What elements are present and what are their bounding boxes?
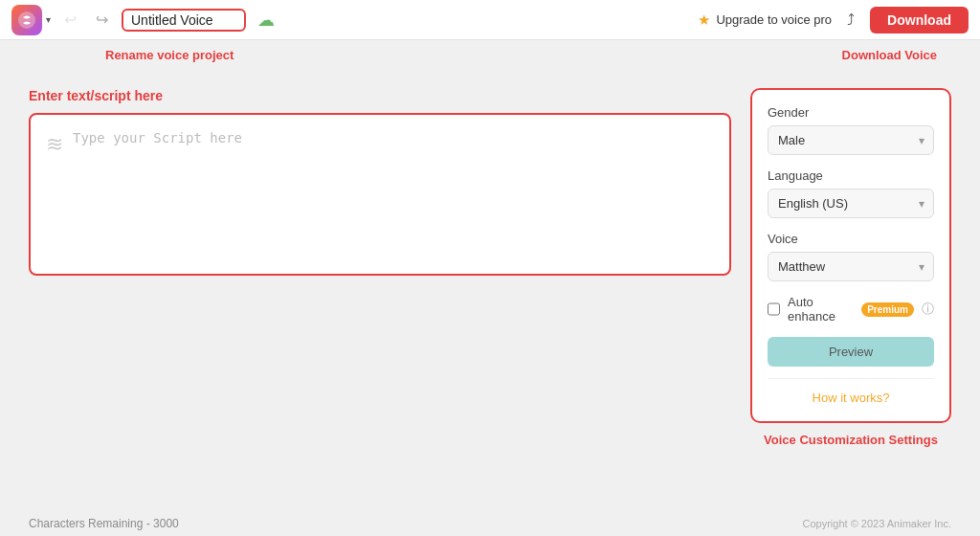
voice-card: Gender Male Female ▾ Language English (U… [750, 88, 951, 423]
download-hint: Download Voice [842, 48, 937, 62]
script-section: Enter text/script here ≋ [29, 88, 731, 447]
undo-button[interactable]: ↩ [58, 7, 82, 33]
script-textarea-wrap: ≋ [29, 113, 731, 276]
waveform-icon: ≋ [46, 132, 63, 157]
download-button[interactable]: Download [870, 7, 969, 34]
title-input-wrap [122, 9, 246, 32]
rename-hint: Rename voice project [105, 48, 234, 62]
gender-select-wrap: Male Female ▾ [768, 125, 934, 155]
info-icon[interactable]: ⓘ [922, 301, 934, 318]
cloud-icon: ☁ [257, 10, 275, 31]
auto-enhance-row: Auto enhance Premium ⓘ [768, 295, 934, 324]
premium-badge: Premium [861, 302, 914, 317]
header: ▾ ↩ ↪ ☁ ★ Upgrade to voice pro ⤴ Downloa… [0, 0, 980, 40]
gender-label: Gender [768, 105, 934, 120]
share-button[interactable]: ⤴ [839, 8, 862, 33]
voice-select[interactable]: Matthew Joanna Joey [768, 252, 934, 281]
title-input[interactable] [131, 12, 236, 28]
voice-select-wrap: Matthew Joanna Joey ▾ [768, 252, 934, 281]
separator [768, 378, 934, 379]
preview-button[interactable]: Preview [768, 337, 934, 367]
gender-select[interactable]: Male Female [768, 125, 934, 155]
auto-enhance-checkbox[interactable] [768, 302, 780, 316]
footer: Characters Remaining - 3000 Copyright © … [0, 511, 980, 536]
voice-customization-label: Voice Customization Settings [750, 433, 951, 447]
svg-point-0 [18, 11, 35, 29]
language-select[interactable]: English (US) English (UK) Spanish French [768, 189, 934, 218]
chars-remaining: Characters Remaining - 3000 [29, 517, 179, 530]
main-content: Enter text/script here ≋ Gender Male Fem… [0, 69, 980, 447]
how-it-works-button[interactable]: How it works? [768, 391, 934, 405]
voice-section: Gender Male Female ▾ Language English (U… [750, 88, 951, 447]
copyright: Copyright © 2023 Animaker Inc. [803, 518, 951, 529]
language-select-wrap: English (US) English (UK) Spanish French… [768, 189, 934, 218]
upgrade-label: Upgrade to voice pro [716, 12, 832, 27]
auto-enhance-label: Auto enhance [788, 295, 854, 324]
upgrade-button[interactable]: ★ Upgrade to voice pro [698, 11, 832, 29]
script-textarea[interactable] [73, 130, 714, 258]
redo-button[interactable]: ↪ [90, 7, 114, 33]
voice-label: Voice [768, 232, 934, 246]
logo-icon[interactable] [11, 5, 42, 35]
star-icon: ★ [698, 11, 710, 29]
logo-dropdown[interactable]: ▾ [46, 14, 51, 25]
script-label: Enter text/script here [29, 88, 731, 103]
language-label: Language [768, 168, 934, 183]
